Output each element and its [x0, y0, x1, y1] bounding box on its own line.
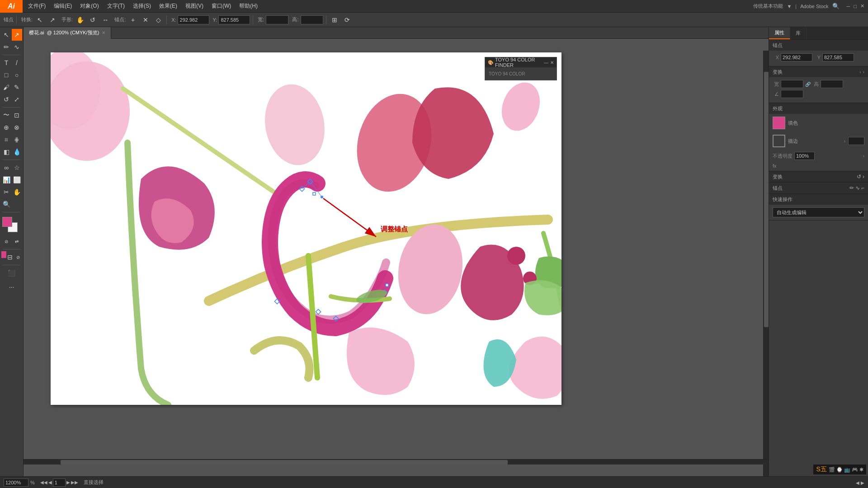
type-tool[interactable]: T [1, 57, 12, 69]
symbol-tool[interactable]: ☆ [12, 162, 22, 174]
angle-input[interactable] [781, 90, 803, 98]
anchor-convert-btn[interactable]: ◇ [153, 14, 164, 25]
h-input[interactable] [301, 15, 323, 24]
scale-tool[interactable]: ⤢ [12, 94, 22, 105]
selection-tool[interactable]: ↖ [1, 29, 12, 41]
curvature-tool[interactable]: ∿ [12, 41, 22, 53]
a2-pen-btn[interactable]: ✏ [849, 185, 854, 191]
active-tab[interactable]: 樱花.ai @ 1200% (CMYK/预览) ✕ [24, 27, 111, 39]
fill-swatch[interactable] [2, 217, 12, 227]
anchor-add-btn[interactable]: + [127, 14, 138, 25]
color-finder-expand[interactable]: ✕ [550, 60, 554, 65]
x-input[interactable] [178, 15, 209, 24]
next-btn[interactable]: ▶ [66, 480, 70, 485]
menu-file[interactable]: 文件(F) [24, 1, 49, 11]
opacity-input[interactable] [794, 152, 815, 160]
x-prop-input[interactable] [781, 53, 812, 61]
menu-edit[interactable]: 编辑(E) [50, 1, 75, 11]
live-paint-tool[interactable]: ⊗ [12, 122, 22, 133]
y-prop-input[interactable] [822, 53, 854, 61]
quick-ops-select[interactable]: 自动生成编辑 [773, 207, 864, 217]
shape-builder-tool[interactable]: ⊕ [1, 122, 12, 133]
line-tool[interactable]: / [12, 57, 22, 69]
artboard-tool[interactable]: ⬜ [12, 174, 22, 186]
transform-more[interactable]: › [863, 70, 864, 75]
tab-libraries[interactable]: 库 [790, 27, 807, 39]
t2-reset-btn[interactable]: ↺ [857, 174, 861, 180]
tab-properties[interactable]: 属性 [769, 27, 790, 39]
a2-corner-btn[interactable]: ⌐ [861, 185, 864, 191]
minimize-btn[interactable]: ─ [847, 4, 850, 9]
rect-tool[interactable]: □ [1, 69, 12, 81]
scroll-left-btn[interactable]: ◀ [856, 480, 859, 485]
swap-colors-btn[interactable]: ⇄ [12, 235, 22, 247]
canvas-viewport[interactable]: 调整锚点 🎨 TOYO 94 COLOR FINDER — ✕ TOYO 94 … [24, 39, 769, 476]
opacity-expand[interactable]: › [863, 154, 864, 159]
reflect-btn[interactable]: ↔ [100, 14, 111, 25]
tab-close-btn[interactable]: ✕ [102, 30, 105, 35]
zoom-input[interactable] [4, 479, 28, 487]
more-tools-btn[interactable]: ··· [1, 281, 22, 293]
scroll-right-btn[interactable]: ▶ [861, 480, 864, 485]
w-prop-input[interactable] [781, 80, 803, 88]
eyedropper-tool[interactable]: 💧 [12, 146, 22, 158]
pen-tool[interactable]: ✏ [1, 41, 12, 53]
h-prop-input[interactable] [821, 80, 843, 88]
gradient-tool[interactable]: ◧ [1, 146, 12, 158]
warp-tool[interactable]: 〜 [1, 109, 12, 121]
menu-select[interactable]: 选择(S) [129, 1, 155, 11]
free-transform-tool[interactable]: ⊡ [12, 109, 22, 121]
search-icon[interactable]: 🔍 [832, 3, 840, 9]
stroke-expand[interactable]: › [844, 139, 845, 144]
transform-expand[interactable]: › [859, 70, 861, 75]
prev-btn[interactable]: ◀ [48, 480, 52, 485]
rotate-btn[interactable]: ↺ [87, 14, 98, 25]
page-input[interactable] [53, 479, 66, 487]
zoom-tool[interactable]: 🔍 [1, 198, 12, 210]
paintbrush-tool[interactable]: 🖌 [1, 81, 12, 93]
column-graph-tool[interactable]: 📊 [1, 174, 12, 186]
menu-effect[interactable]: 效果(E) [156, 1, 181, 11]
rotate-tool[interactable]: ↺ [1, 94, 12, 105]
direct-select-btn[interactable]: ↗ [47, 14, 58, 25]
fill-color-btn[interactable] [1, 251, 6, 258]
color-finder-close[interactable]: — [544, 60, 548, 65]
menu-view[interactable]: 视图(V) [182, 1, 207, 11]
y-input[interactable] [218, 15, 250, 24]
direct-selection-tool[interactable]: ↗ [12, 29, 22, 41]
menu-text[interactable]: 文字(T) [104, 1, 128, 11]
none-btn[interactable]: ⊘ [14, 251, 22, 263]
prev-page-btn[interactable]: ◀◀ [40, 480, 47, 485]
w-input[interactable] [266, 15, 288, 24]
a2-curve-btn[interactable]: ∿ [855, 185, 860, 191]
gradient-btn[interactable]: ⊟ [6, 251, 14, 263]
blend-tool[interactable]: ∞ [1, 162, 12, 174]
extra-tool[interactable] [12, 198, 22, 210]
stroke-width-input[interactable] [848, 137, 864, 145]
align-btn[interactable]: ⊞ [329, 14, 340, 25]
close-btn[interactable]: ✕ [860, 3, 864, 9]
perspective-tool[interactable]: ⌗ [1, 134, 12, 145]
next-page-btn[interactable]: ▶▶ [71, 480, 78, 485]
horizontal-scrollbar[interactable] [24, 459, 769, 465]
adobe-stock-label[interactable]: Adobe Stock [800, 4, 828, 9]
anchor-remove-btn[interactable]: ✕ [140, 14, 151, 25]
maximize-btn[interactable]: □ [854, 4, 857, 9]
stroke-color-swatch[interactable] [773, 135, 785, 147]
pencil-tool[interactable]: ✎ [12, 81, 22, 93]
selection-tool-btn[interactable]: ↖ [34, 14, 45, 25]
transform-again-btn[interactable]: ⟳ [342, 14, 353, 25]
vertical-scrollbar[interactable] [763, 51, 769, 476]
workspace-label[interactable]: 传统基本功能 [753, 3, 783, 9]
none-color-btn[interactable]: ⊘ [1, 235, 12, 247]
mesh-tool[interactable]: ⋕ [12, 134, 22, 145]
fill-color-swatch[interactable] [773, 117, 785, 129]
t2-expand-btn[interactable]: › [863, 174, 864, 180]
link-icon[interactable]: 🔗 [805, 82, 811, 87]
menu-object[interactable]: 对象(O) [76, 1, 102, 11]
ellipse-tool[interactable]: ○ [12, 69, 22, 81]
menu-window[interactable]: 窗口(W) [208, 1, 235, 11]
slice-tool[interactable]: ✂ [1, 186, 12, 198]
hand-tool2[interactable]: ✋ [12, 186, 22, 198]
menu-help[interactable]: 帮助(H) [236, 1, 261, 11]
